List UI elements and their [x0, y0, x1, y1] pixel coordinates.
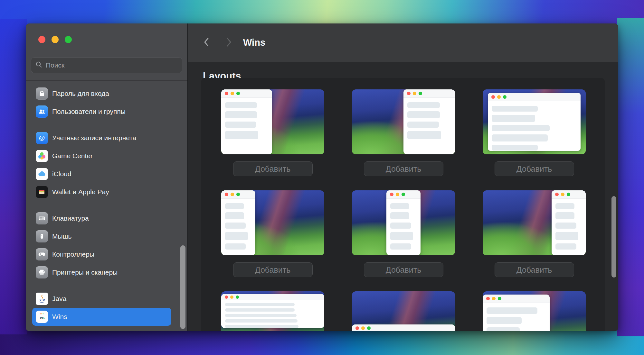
placeholder-bar	[487, 307, 537, 314]
sidebar-item-java[interactable]: Java	[32, 290, 171, 308]
layout-cell-maximized: Добавить	[483, 89, 586, 176]
layout-cell-top-half: Добавить	[221, 291, 324, 331]
mini-minimize-dot	[492, 297, 496, 300]
sidebar-item-label: Пароль для входа	[52, 90, 109, 97]
placeholder-bar	[225, 111, 257, 118]
mouse-icon	[36, 230, 48, 242]
sidebar-item-mouse[interactable]: Мышь	[32, 227, 171, 245]
add-layout-button-left-half[interactable]: Добавить	[233, 161, 313, 176]
desktop-wallpaper-right	[617, 18, 644, 336]
sidebar-item-label: Game Center	[52, 152, 93, 160]
placeholder-bar	[225, 122, 256, 128]
placeholder-bar	[407, 131, 441, 139]
placeholder-bar	[225, 325, 298, 328]
sidebar-item-label: Пользователи и группы	[52, 108, 126, 115]
mini-window-titlebar	[221, 190, 255, 199]
placeholder-bar	[390, 243, 411, 250]
placeholder-bar	[225, 102, 257, 108]
sidebar-item-label: Java	[52, 295, 66, 303]
layout-thumbnail-maximized[interactable]	[483, 89, 586, 154]
mini-close-dot	[225, 296, 228, 299]
placeholder-bar	[390, 232, 413, 240]
minimize-button[interactable]	[52, 36, 59, 43]
layout-thumbnail-center-third[interactable]	[352, 190, 455, 255]
mini-zoom-dot	[503, 95, 507, 99]
mini-window-content	[386, 199, 421, 254]
sidebar-item-label: Контроллеры	[52, 250, 94, 258]
layout-thumbnail-left-half[interactable]	[221, 89, 324, 154]
placeholder-bar	[225, 308, 295, 312]
content-scrollbar[interactable]	[611, 196, 616, 278]
layout-cell-bottom-half: Добавить	[352, 291, 455, 331]
back-button[interactable]	[202, 37, 211, 48]
layout-thumbnail-right-third[interactable]	[483, 190, 586, 255]
mini-window-preview	[221, 294, 324, 328]
placeholder-bar	[225, 212, 244, 219]
placeholder-bar	[555, 223, 576, 229]
add-layout-button-left-third[interactable]: Добавить	[233, 262, 313, 277]
sidebar-item-label: iCloud	[52, 170, 71, 178]
placeholder-bar	[390, 212, 409, 219]
placeholder-bar	[492, 106, 538, 112]
sidebar-item-printers-scanners[interactable]: Принтеры и сканеры	[32, 263, 171, 281]
mini-window-titlebar	[221, 89, 272, 98]
zoom-button[interactable]	[65, 36, 72, 43]
add-layout-button-maximized[interactable]: Добавить	[495, 161, 574, 176]
placeholder-bar	[492, 145, 538, 150]
placeholder-bar	[555, 212, 574, 219]
mini-zoom-dot	[236, 92, 240, 95]
placeholder-bar	[225, 243, 246, 250]
sidebar-scrollbar[interactable]	[180, 245, 185, 329]
layout-thumbnail-right-half[interactable]	[352, 89, 455, 154]
add-layout-button-center-third[interactable]: Добавить	[364, 262, 443, 277]
mini-close-dot	[486, 297, 490, 300]
sidebar-item-keyboard[interactable]: Клавиатура	[32, 209, 171, 227]
sidebar-item-controllers[interactable]: Контроллеры	[32, 245, 171, 263]
mini-window-titlebar	[552, 190, 586, 199]
placeholder-bar	[492, 125, 550, 131]
placeholder-bar	[492, 134, 548, 141]
mini-close-dot	[555, 193, 559, 196]
main-pane: Wins Layouts ДобавитьДобавитьДобавитьДоб…	[188, 23, 618, 331]
layout-thumbnail-left-wide[interactable]	[483, 291, 586, 331]
sidebar: Поиск Пароль для входаПользователи и гру…	[26, 23, 188, 331]
forward-button[interactable]	[225, 37, 233, 48]
layout-cell-center-third: Добавить	[352, 190, 455, 277]
layout-thumbnail-bottom-half[interactable]	[352, 291, 455, 331]
placeholder-bar	[555, 203, 574, 209]
sidebar-item-game-center[interactable]: Game Center	[32, 147, 171, 165]
sidebar-item-wins[interactable]: wsWins	[32, 308, 171, 326]
placeholder-bar	[407, 111, 440, 118]
sidebar-item-label: Wallet и Apple Pay	[52, 188, 109, 196]
sidebar-item-label: Wins	[52, 313, 67, 321]
placeholder-bar	[225, 223, 246, 229]
page-title: Wins	[243, 37, 265, 48]
search-field[interactable]: Поиск	[31, 57, 182, 73]
window-controls	[38, 36, 72, 43]
sidebar-item-users-groups[interactable]: Пользователи и группы	[32, 103, 171, 121]
layout-thumbnail-top-half[interactable]	[221, 291, 324, 331]
mini-window-preview	[352, 324, 455, 331]
sidebar-item-label: Клавиатура	[52, 214, 89, 222]
mini-window-preview	[488, 93, 581, 151]
placeholder-bar	[225, 319, 298, 323]
mini-window-preview	[386, 190, 421, 255]
add-layout-button-right-half[interactable]: Добавить	[364, 161, 443, 176]
close-button[interactable]	[38, 36, 45, 43]
sidebar-item-login-password[interactable]: Пароль для входа	[32, 85, 171, 103]
chevron-right-icon	[226, 37, 232, 48]
sidebar-item-label: Учетные записи интернета	[52, 134, 136, 142]
sidebar-item-internet-accounts[interactable]: @Учетные записи интернета	[32, 129, 171, 147]
mini-window-titlebar	[386, 190, 421, 199]
add-layout-button-right-third[interactable]: Добавить	[495, 262, 574, 277]
mini-minimize-dot	[497, 95, 501, 99]
layout-cell-left-wide: Добавить	[483, 291, 586, 331]
layout-thumbnail-left-third[interactable]	[221, 190, 324, 255]
sidebar-item-wallet-apple-pay[interactable]: Wallet и Apple Pay	[32, 183, 171, 201]
mini-window-titlebar	[483, 295, 550, 303]
cloud-icon	[36, 168, 48, 180]
screen: Поиск Пароль для входаПользователи и гру…	[0, 0, 644, 355]
mini-minimize-dot	[231, 193, 234, 196]
sidebar-item-icloud[interactable]: iCloud	[32, 165, 171, 183]
controller-icon	[36, 248, 48, 260]
